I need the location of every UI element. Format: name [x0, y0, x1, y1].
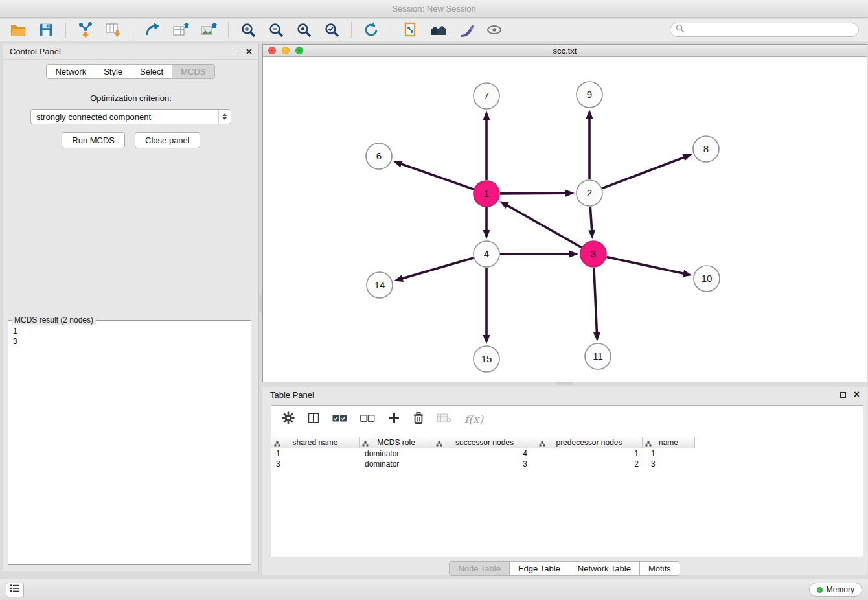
tab-network[interactable]: Network [46, 64, 95, 79]
graph-node-4[interactable]: 4 [474, 241, 499, 267]
deselect-all-rows-button[interactable] [360, 413, 375, 425]
show-graphics-details-button[interactable] [483, 21, 506, 39]
table-settings-button[interactable] [282, 411, 295, 427]
tab-network-table[interactable]: Network Table [569, 561, 640, 576]
network-window-titlebar[interactable]: × − + scc.txt [263, 45, 867, 57]
mcds-result-list[interactable]: 1 3 [8, 321, 251, 352]
graph-node-15[interactable]: 15 [474, 346, 499, 372]
memory-button[interactable]: Memory [809, 583, 862, 597]
float-panel-icon[interactable] [233, 49, 238, 54]
export-image-button[interactable] [197, 21, 220, 39]
graph-edge-2-3[interactable] [590, 207, 592, 231]
graph-node-label: 6 [376, 150, 382, 161]
zoom-fit-icon [296, 22, 312, 38]
graph-node-2[interactable]: 2 [577, 180, 602, 206]
graph-node-6[interactable]: 6 [366, 143, 392, 169]
graph-node-1[interactable]: 1 [474, 181, 499, 207]
style-paint-button[interactable] [455, 21, 478, 39]
graph-node-3[interactable]: 3 [580, 241, 606, 267]
zoom-out-button[interactable] [264, 21, 288, 39]
graph-arrowhead [565, 190, 575, 197]
export-network-button[interactable] [141, 21, 165, 39]
select-all-rows-button[interactable] [332, 413, 347, 425]
column-header-shared-name[interactable]: shared name [271, 437, 360, 448]
graph-edge-3-11[interactable] [594, 268, 597, 334]
tab-style[interactable]: Style [95, 64, 131, 79]
network-canvas[interactable]: 7968124314101511 [263, 58, 867, 382]
graph-node-8[interactable]: 8 [693, 136, 719, 162]
delete-column-button[interactable] [413, 411, 424, 427]
show-columns-button[interactable] [308, 412, 319, 426]
close-panel-icon[interactable]: × [246, 47, 252, 57]
column-header-successor-nodes[interactable]: successor nodes [433, 437, 536, 448]
task-history-button[interactable] [6, 583, 24, 597]
home-button[interactable] [427, 21, 450, 39]
table-panel-title: Table Panel [270, 390, 314, 400]
apply-layout-button[interactable] [360, 21, 383, 39]
search-icon [676, 24, 685, 36]
network-graph-svg[interactable]: 7968124314101511 [263, 58, 867, 382]
column-tree-icon [274, 440, 280, 449]
vertical-splitter-handle[interactable] [259, 295, 262, 312]
graph-edge-3-1[interactable] [507, 205, 582, 248]
save-disk-icon [38, 22, 54, 38]
zoom-window-button[interactable]: + [295, 47, 303, 54]
chevron-up-down-icon [218, 110, 231, 124]
save-session-button[interactable] [34, 21, 58, 39]
search-input[interactable] [689, 25, 853, 34]
column-tree-icon [436, 440, 442, 449]
column-label: MCDS role [377, 438, 415, 447]
document-network-icon [402, 21, 419, 38]
zoom-fit-button[interactable] [292, 21, 315, 39]
column-label: successor nodes [455, 438, 514, 447]
column-header-mcds-role[interactable]: MCDS role [359, 437, 433, 448]
table-row[interactable]: 1 dominator 4 1 1 [271, 448, 863, 459]
tab-node-table[interactable]: Node Table [449, 561, 510, 576]
graph-node-9[interactable]: 9 [577, 82, 602, 108]
tab-edge-table[interactable]: Edge Table [509, 561, 569, 576]
horizontal-splitter-handle[interactable] [556, 382, 573, 385]
export-table-icon [172, 21, 189, 38]
open-session-button[interactable] [6, 21, 30, 39]
table-delete-icon [437, 413, 451, 426]
close-table-panel-icon[interactable]: × [854, 389, 860, 400]
graph-arrowhead [483, 111, 490, 120]
run-mcds-button[interactable]: Run MCDS [62, 132, 125, 148]
criterion-select[interactable]: strongly connected component [30, 109, 231, 124]
export-table-button[interactable] [169, 21, 192, 39]
toolbar-separator [65, 22, 66, 38]
graph-edge-4-14[interactable] [402, 258, 474, 279]
create-column-button[interactable] [388, 412, 400, 426]
graph-node-10[interactable]: 10 [694, 266, 720, 292]
tab-select[interactable]: Select [131, 64, 172, 79]
table-row[interactable]: 3 dominator 3 2 3 [271, 459, 863, 469]
graph-edge-1-2[interactable] [500, 193, 567, 194]
network-from-selection-button[interactable] [399, 21, 422, 39]
close-panel-button[interactable]: Close panel [135, 132, 200, 148]
tab-mcds[interactable]: MCDS [172, 64, 214, 79]
select-all-icon [332, 413, 347, 425]
tab-motifs[interactable]: Motifs [639, 561, 680, 576]
minimize-window-button[interactable]: − [282, 47, 290, 54]
graph-edge-1-6[interactable] [400, 164, 474, 190]
import-network-button[interactable] [74, 21, 97, 39]
graph-node-14[interactable]: 14 [367, 272, 393, 298]
graph-edge-2-8[interactable] [602, 157, 685, 188]
function-builder-button[interactable]: f(x) [464, 413, 483, 426]
graph-node-11[interactable]: 11 [585, 343, 611, 369]
graph-node-7[interactable]: 7 [474, 83, 499, 109]
graph-node-label: 1 [484, 188, 489, 199]
close-window-button[interactable]: × [268, 47, 276, 54]
column-header-predecessor-nodes[interactable]: predecessor nodes [536, 437, 643, 448]
window-title: Session: New Session [392, 4, 475, 14]
column-tree-icon [645, 440, 652, 449]
main-toolbar [0, 19, 868, 41]
zoom-in-button[interactable] [236, 21, 260, 39]
graph-edge-3-10[interactable] [607, 257, 685, 274]
graph-arrowhead [586, 110, 593, 119]
import-table-button[interactable] [102, 21, 125, 39]
float-table-panel-icon[interactable] [840, 392, 846, 398]
column-header-name[interactable]: name [642, 437, 695, 448]
zoom-selected-button[interactable] [320, 21, 343, 39]
refresh-icon [363, 21, 380, 38]
